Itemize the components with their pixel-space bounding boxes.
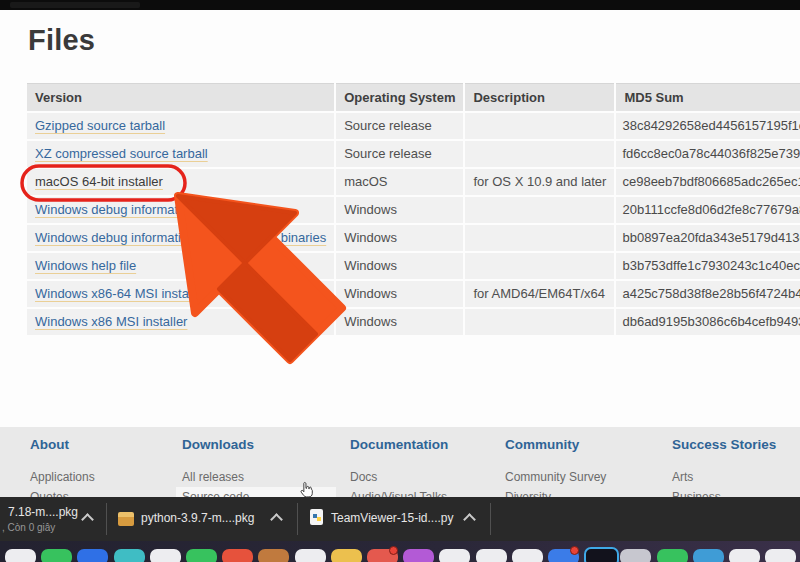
md5-cell: 38c84292658ed4456157195f1c9bcb1 [616, 113, 800, 139]
dock-app-icon[interactable] [584, 547, 619, 562]
dock-app-icon[interactable] [5, 549, 36, 562]
chevron-up-icon[interactable] [463, 513, 476, 526]
os-cell: Windows [336, 225, 463, 251]
col-header-description: Description [465, 83, 614, 111]
files-table: Version Operating System Description MD5… [25, 81, 800, 337]
download-filename: TeamViewer-15-id....py [331, 511, 454, 525]
table-row: Windows debug information files for 64-b… [27, 225, 800, 251]
md5-cell: ce98eeb7bdf806685adc265ec14444ca [616, 169, 800, 195]
footer-heading-community[interactable]: Community [505, 437, 579, 452]
dock-app-icon[interactable] [41, 549, 72, 562]
dock-app-icon[interactable] [439, 549, 470, 562]
browser-download-shelf: 7.18-m....pkg , Còn 0 giây python-3.9.7-… [0, 497, 800, 541]
shelf-divider [490, 503, 491, 535]
notification-badge [570, 546, 579, 555]
footer-link[interactable]: Diversity [505, 490, 551, 497]
dock-app-icon[interactable] [367, 549, 398, 562]
dock-app-icon[interactable] [476, 549, 507, 562]
table-row: Windows debug information files Windows … [27, 197, 800, 223]
top-window-strip [0, 0, 800, 10]
browser-page: Files Version Operating System Descripti… [0, 10, 800, 427]
col-header-version: Version [27, 83, 334, 111]
description-cell [465, 141, 614, 167]
md5-cell: 20b111ccfe8d06d2fe8c77679a8611fc [616, 197, 800, 223]
md5-cell: b3b753dffe1c7930243c1c40ec3a72f1 [616, 253, 800, 279]
dock-app-icon[interactable] [331, 549, 362, 562]
package-icon [118, 512, 134, 526]
os-cell: Windows [336, 197, 463, 223]
footer-link[interactable]: All releases [182, 470, 244, 484]
file-link[interactable]: XZ compressed source tarball [35, 146, 208, 161]
dock-app-icon[interactable] [548, 549, 579, 562]
table-row: XZ compressed source tarball Source rele… [27, 141, 800, 167]
md5-cell: db6ad9195b3086c6b4cefb9493d7336e [616, 309, 800, 335]
python-file-icon [310, 509, 323, 525]
file-link[interactable]: Windows x86 MSI installer [35, 314, 187, 329]
os-cell: macOS [336, 169, 463, 195]
table-row: Windows help file Windows b3b753dffe1c79… [27, 253, 800, 279]
footer-link[interactable]: Quotes [30, 490, 69, 497]
footer-heading-about[interactable]: About [30, 437, 69, 452]
table-header-row: Version Operating System Description MD5… [27, 83, 800, 111]
dock-app-icon[interactable] [657, 549, 688, 562]
md5-cell: a425c758d38f8e28b56f4724b499239c [616, 281, 800, 307]
footer-link[interactable]: Applications [30, 470, 95, 484]
dock-app-icon[interactable] [729, 549, 760, 562]
file-link-macos-installer[interactable]: macOS 64-bit installer [35, 174, 163, 189]
file-link[interactable]: Windows debug information files [35, 202, 222, 217]
file-link[interactable]: Windows help file [35, 258, 136, 273]
md5-cell: fd6cc8ec0a78c44036f825e739f36e5a [616, 141, 800, 167]
description-cell: for AMD64/EM64T/x64 [465, 281, 614, 307]
file-link[interactable]: Windows x86-64 MSI installer [35, 286, 206, 301]
os-cell: Source release [336, 113, 463, 139]
table-row-macos-installer: macOS 64-bit installer macOS for OS X 10… [27, 169, 800, 195]
dock-app-icon[interactable] [512, 549, 543, 562]
col-header-md5: MD5 Sum [616, 83, 800, 111]
dock-app-icon[interactable] [693, 549, 724, 562]
dock-app-icon[interactable] [765, 549, 796, 562]
dock-app-icon[interactable] [222, 549, 253, 562]
dock-app-icon[interactable] [77, 549, 108, 562]
os-cell: Windows [336, 281, 463, 307]
footer-link[interactable]: Audio/Visual Talks [350, 490, 447, 497]
footer-heading-success-stories[interactable]: Success Stories [672, 437, 776, 452]
download-filename: 7.18-m....pkg [8, 505, 78, 519]
shelf-divider [297, 503, 298, 535]
file-link[interactable]: Gzipped source tarball [35, 118, 165, 133]
chevron-up-icon[interactable] [270, 513, 283, 526]
dock-app-icon[interactable] [620, 549, 651, 562]
description-cell [465, 253, 614, 279]
dock-app-icon[interactable] [150, 549, 181, 562]
description-cell: for OS X 10.9 and later [465, 169, 614, 195]
os-cell: Windows [336, 309, 463, 335]
file-link[interactable]: Windows debug information files for 64-b… [35, 230, 326, 245]
dock-app-icon[interactable] [403, 549, 434, 562]
footer-heading-downloads[interactable]: Downloads [182, 437, 254, 452]
description-cell [465, 225, 614, 251]
chevron-up-icon[interactable] [81, 513, 94, 526]
dock-app-icon[interactable] [295, 549, 326, 562]
footer-link[interactable]: Community Survey [505, 470, 606, 484]
topbar-smudge [10, 2, 140, 8]
dock-app-icon[interactable] [186, 549, 217, 562]
footer-heading-documentation[interactable]: Documentation [350, 437, 448, 452]
table-row: Gzipped source tarball Source release 38… [27, 113, 800, 139]
download-filename: python-3.9.7-m....pkg [141, 511, 254, 525]
footer-link[interactable]: Business [672, 490, 721, 497]
table-row: Windows x86-64 MSI installer Windows for… [27, 281, 800, 307]
dock-app-icon[interactable] [258, 549, 289, 562]
footer-link[interactable]: Source code [182, 490, 249, 497]
site-footer: About Applications Quotes Downloads All … [0, 427, 800, 497]
col-header-os: Operating System [336, 83, 463, 111]
description-cell [465, 197, 614, 223]
md5-cell: bb0897ea20fda343e5179d413d4a46f4 [616, 225, 800, 251]
dock-app-icon[interactable] [114, 549, 145, 562]
footer-link[interactable]: Arts [672, 470, 693, 484]
description-cell [465, 113, 614, 139]
shelf-divider [106, 503, 107, 535]
table-row: Windows x86 MSI installer Windows db6ad9… [27, 309, 800, 335]
screen: { "page": { "heading": "Files" }, "table… [0, 0, 800, 562]
footer-link[interactable]: Docs [350, 470, 377, 484]
description-cell [465, 309, 614, 335]
notification-badge [389, 546, 398, 555]
